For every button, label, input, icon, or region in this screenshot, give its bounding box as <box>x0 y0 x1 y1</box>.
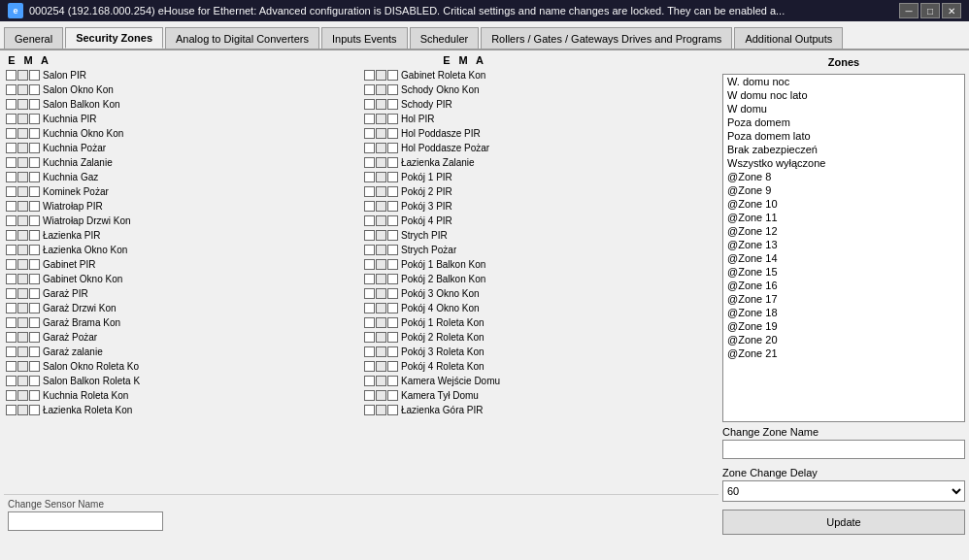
checkbox-e[interactable] <box>6 186 17 197</box>
checkbox-e[interactable] <box>6 172 17 182</box>
sensor-row[interactable]: Pokój 2 Roleta Kon <box>362 330 718 345</box>
zone-item[interactable]: @Zone 11 <box>723 211 964 224</box>
zone-item[interactable]: @Zone 8 <box>723 170 964 183</box>
checkbox-e[interactable] <box>364 172 375 182</box>
checkbox-m[interactable] <box>376 157 386 168</box>
checkbox-a[interactable] <box>29 84 40 95</box>
zone-name-input[interactable] <box>722 440 965 459</box>
sensor-row[interactable]: Garaż Drzwi Kon <box>4 301 360 315</box>
checkbox-a[interactable] <box>29 405 40 415</box>
checkbox-e[interactable] <box>364 143 375 153</box>
checkbox-a[interactable] <box>387 128 398 139</box>
checkbox-a[interactable] <box>29 303 40 313</box>
checkbox-m[interactable] <box>376 288 386 299</box>
sensor-row[interactable]: Schody PIR <box>362 97 718 112</box>
checkbox-a[interactable] <box>387 230 398 241</box>
checkbox-e[interactable] <box>6 99 17 110</box>
checkbox-a[interactable] <box>29 128 40 139</box>
sensor-row[interactable]: Gabinet Roleta Kon <box>362 68 718 82</box>
sensor-row[interactable]: Kominek Pożar <box>4 184 360 199</box>
checkbox-e[interactable] <box>6 245 17 255</box>
sensor-row[interactable]: Kuchnia Gaz <box>4 170 360 184</box>
zone-item[interactable]: @Zone 14 <box>723 251 964 265</box>
checkbox-m[interactable] <box>17 114 28 124</box>
sensor-row[interactable]: Pokój 3 PIR <box>362 199 718 214</box>
checkbox-e[interactable] <box>6 259 17 270</box>
sensor-row[interactable]: Salon Balkon Roleta K <box>4 374 360 388</box>
sensor-row[interactable]: Kuchnia Pożar <box>4 141 360 155</box>
checkbox-e[interactable] <box>6 70 17 81</box>
zone-item[interactable]: @Zone 15 <box>723 265 964 279</box>
checkbox-e[interactable] <box>6 303 17 313</box>
checkbox-e[interactable] <box>6 215 17 226</box>
checkbox-m[interactable] <box>376 405 386 415</box>
checkbox-e[interactable] <box>364 317 375 328</box>
checkbox-a[interactable] <box>29 245 40 255</box>
zone-item[interactable]: Wszystko wyłączone <box>723 156 964 170</box>
checkbox-e[interactable] <box>6 157 17 168</box>
checkbox-e[interactable] <box>364 288 375 299</box>
zone-item[interactable]: Brak zabezpieczeń <box>723 143 964 156</box>
checkbox-a[interactable] <box>29 259 40 270</box>
checkbox-a[interactable] <box>387 70 398 81</box>
checkbox-a[interactable] <box>29 230 40 241</box>
checkbox-m[interactable] <box>17 361 28 372</box>
checkbox-m[interactable] <box>17 99 28 110</box>
zone-item[interactable]: Poza domem <box>723 115 964 129</box>
checkbox-e[interactable] <box>6 332 17 343</box>
checkbox-m[interactable] <box>376 390 386 401</box>
checkbox-m[interactable] <box>376 172 386 182</box>
checkbox-m[interactable] <box>376 128 386 139</box>
checkbox-m[interactable] <box>376 143 386 153</box>
checkbox-a[interactable] <box>29 201 40 212</box>
sensor-row[interactable]: Łazienka PIR <box>4 228 360 243</box>
checkbox-a[interactable] <box>387 245 398 255</box>
checkbox-a[interactable] <box>29 332 40 343</box>
zone-item[interactable]: @Zone 17 <box>723 292 964 306</box>
checkbox-m[interactable] <box>17 143 28 153</box>
zone-item[interactable]: W. domu noc <box>723 75 964 88</box>
checkbox-a[interactable] <box>387 332 398 343</box>
checkbox-e[interactable] <box>6 274 17 284</box>
checkbox-a[interactable] <box>387 317 398 328</box>
checkbox-a[interactable] <box>387 288 398 299</box>
checkbox-m[interactable] <box>376 317 386 328</box>
change-sensor-input[interactable] <box>8 511 163 531</box>
sensor-row[interactable]: Salon Okno Kon <box>4 82 360 97</box>
checkbox-e[interactable] <box>364 274 375 284</box>
tab-adc[interactable]: Analog to Digital Converters <box>165 27 319 49</box>
sensor-row[interactable]: Garaż Brama Kon <box>4 315 360 330</box>
sensor-row[interactable]: Salon Balkon Kon <box>4 97 360 112</box>
sensor-row[interactable]: Strych PIR <box>362 228 718 243</box>
checkbox-a[interactable] <box>387 361 398 372</box>
checkbox-e[interactable] <box>364 99 375 110</box>
sensor-row[interactable]: Pokój 4 Roleta Kon <box>362 359 718 374</box>
checkbox-m[interactable] <box>17 84 28 95</box>
checkbox-e[interactable] <box>6 317 17 328</box>
tab-security-zones[interactable]: Security Zones <box>65 27 163 49</box>
checkbox-a[interactable] <box>387 201 398 212</box>
checkbox-m[interactable] <box>376 259 386 270</box>
checkbox-e[interactable] <box>6 114 17 124</box>
zone-item[interactable]: @Zone 16 <box>723 279 964 292</box>
checkbox-a[interactable] <box>387 376 398 386</box>
checkbox-a[interactable] <box>29 288 40 299</box>
checkbox-m[interactable] <box>376 114 386 124</box>
checkbox-e[interactable] <box>364 245 375 255</box>
checkbox-m[interactable] <box>376 70 386 81</box>
sensor-row[interactable]: Kuchnia PIR <box>4 112 360 126</box>
checkbox-a[interactable] <box>29 157 40 168</box>
checkbox-e[interactable] <box>6 201 17 212</box>
sensor-row[interactable]: Hol Poddasze PIR <box>362 126 718 141</box>
zone-item[interactable]: Poza domem lato <box>723 129 964 143</box>
checkbox-e[interactable] <box>6 361 17 372</box>
checkbox-a[interactable] <box>387 99 398 110</box>
checkbox-m[interactable] <box>17 70 28 81</box>
sensor-row[interactable]: Strych Pożar <box>362 243 718 257</box>
zone-item[interactable]: @Zone 21 <box>723 346 964 360</box>
checkbox-a[interactable] <box>387 143 398 153</box>
checkbox-m[interactable] <box>376 361 386 372</box>
checkbox-m[interactable] <box>376 84 386 95</box>
checkbox-e[interactable] <box>364 128 375 139</box>
checkbox-e[interactable] <box>364 186 375 197</box>
